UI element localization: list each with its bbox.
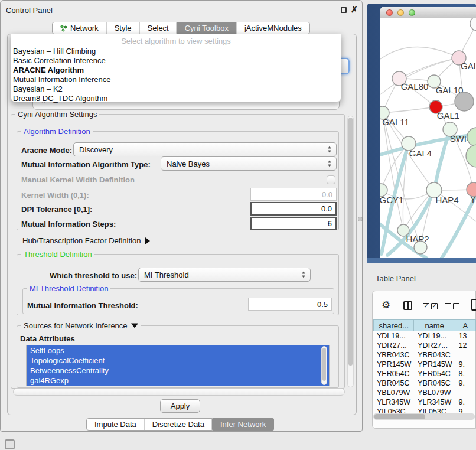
attribute-item-selfloops[interactable]: SelfLoops: [27, 345, 329, 356]
table-row[interactable]: YPR145WYPR145W9.: [373, 360, 476, 369]
algorithm-options-list: Bayesian – Hill ClimbingBasic Correlatio…: [11, 47, 341, 103]
table-hscrollbar-thumb[interactable]: [374, 414, 425, 419]
which-threshold-value: MI Threshold: [144, 270, 189, 279]
aracne-mode-label: Aracne Mode:: [21, 146, 72, 155]
attributes-scrollbar-thumb[interactable]: [322, 348, 326, 381]
table-cell: 13: [455, 331, 476, 341]
sources-toggle[interactable]: Sources for Network Inference: [21, 321, 141, 330]
network-node[interactable]: [467, 128, 476, 146]
table-row[interactable]: YBR045CYBR045C9.: [373, 379, 476, 388]
network-node-label: GCY1: [380, 195, 403, 205]
control-panel-tabs: NetworkStyleSelectCyni ToolboxjActiveMNo…: [52, 22, 310, 34]
network-node-label: GAL: [461, 61, 476, 71]
table-row[interactable]: YLR345WYLR345W9.: [373, 397, 476, 407]
table-cell: YIL053C: [373, 407, 414, 413]
algorithm-option-aracne-algorithm[interactable]: ARACNE Algorithm: [11, 66, 341, 75]
network-node[interactable]: [470, 18, 476, 31]
kernel-width-field[interactable]: 0.0: [250, 188, 337, 201]
aracne-mode-combo[interactable]: Discovery: [73, 142, 337, 156]
tab-network[interactable]: Network: [53, 22, 106, 34]
algorithm-option-bayesian-k2[interactable]: Bayesian – K2: [11, 84, 341, 94]
settings-scrollbar[interactable]: [347, 116, 354, 387]
algorithm-definition-label: Algorithm Definition: [21, 127, 93, 136]
settings-gear-icon[interactable]: ⚙: [382, 300, 390, 310]
table-row[interactable]: YIL053CYIL053C9.: [373, 407, 476, 413]
attribute-item-betweennesscentrality[interactable]: BetweennessCentrality: [27, 366, 329, 376]
table-cell: 9.: [455, 379, 476, 388]
table-cell: 9.: [455, 360, 476, 369]
table-row[interactable]: YDL19...YDL19...13: [373, 331, 476, 341]
network-window-titlebar[interactable]: [380, 7, 476, 18]
table-row[interactable]: YBR043CYBR043C: [373, 350, 476, 360]
tab-select[interactable]: Select: [139, 22, 177, 34]
table-cell: YBR043C: [414, 350, 455, 360]
network-node-label: GAL80: [401, 81, 429, 92]
tab-jactivemnodules[interactable]: jActiveMNodules: [236, 22, 309, 34]
algorithm-option-basic-correlation-inference[interactable]: Basic Correlation Inference: [11, 56, 341, 66]
tab-infer-network[interactable]: Infer Network: [211, 418, 274, 431]
combo-arrows-icon: [328, 146, 332, 153]
attributes-scrollbar[interactable]: [321, 346, 327, 385]
settings-scrollbar-thumb[interactable]: [348, 118, 353, 366]
dpi-tolerance-field[interactable]: 0.0: [250, 202, 337, 216]
table-cell: YPR145W: [373, 360, 414, 369]
algorithm-option-dream8-dc-tdc-algorithm[interactable]: Dream8 DC_TDC Algorithm: [11, 94, 341, 103]
mi-threshold-field[interactable]: 0.5: [248, 298, 332, 311]
mi-steps-field[interactable]: 6: [250, 217, 337, 230]
close-traffic-light-icon[interactable]: [386, 9, 393, 16]
column-header-name[interactable]: name: [414, 319, 455, 331]
tab-cyni-toolbox[interactable]: Cyni Toolbox: [176, 22, 237, 34]
manual-kernel-checkbox[interactable]: [327, 175, 335, 184]
panel-grip-icon[interactable]: [5, 439, 15, 449]
hub-definition-toggle[interactable]: Hub/Transcription Factor Definition: [22, 236, 150, 245]
table-cell: YDR27...: [414, 341, 455, 350]
network-node[interactable]: [414, 241, 427, 254]
table-row[interactable]: YER054CYER054C8.: [373, 369, 476, 379]
cyni-bottom-tabs: Impute DataDiscretize DataInfer Network: [86, 418, 274, 431]
close-icon[interactable]: ✗: [351, 5, 358, 14]
kernel-width-value: 0.0: [322, 190, 332, 199]
column-layout-icon[interactable]: [403, 301, 412, 310]
deselect-all-checkboxes-icon[interactable]: [445, 303, 459, 309]
table-cell: YLR345W: [373, 397, 414, 407]
threshold-definition-label: Threshold Definition: [21, 250, 94, 259]
column-header-shared[interactable]: shared...: [373, 319, 414, 331]
select-all-checkboxes-icon[interactable]: ✓✓: [423, 303, 438, 309]
settings-hscrollbar[interactable]: [13, 388, 345, 396]
column-header-a[interactable]: A: [455, 319, 476, 331]
algorithm-option-bayesian-hill-climbing[interactable]: Bayesian – Hill Climbing: [11, 47, 341, 56]
tab-style[interactable]: Style: [106, 22, 139, 34]
tab-discretize-data[interactable]: Discretize Data: [144, 419, 212, 430]
mi-type-combo[interactable]: Naive Bayes: [161, 156, 337, 171]
table-hscrollbar[interactable]: [373, 413, 475, 420]
table-row[interactable]: YBL079WYBL079W: [373, 388, 476, 397]
mi-threshold-value: 0.5: [317, 300, 328, 309]
mi-type-value: Naive Bayes: [167, 159, 210, 168]
table-cell: 12: [455, 341, 476, 350]
table-row[interactable]: YDR27...YDR27...12: [373, 341, 476, 350]
network-node-label: HAP4: [435, 195, 458, 205]
table-cell: YBR045C: [373, 379, 414, 388]
float-window-icon[interactable]: [341, 7, 347, 13]
split-divider-handle[interactable]: [358, 217, 363, 221]
clipped-document-icon[interactable]: [471, 299, 476, 311]
control-panel-title: Control Panel: [6, 6, 53, 15]
minimize-traffic-light-icon[interactable]: [397, 9, 404, 16]
algorithm-option-mutual-information-inference[interactable]: Mutual Information Inference: [11, 75, 341, 84]
network-node[interactable]: [455, 92, 474, 111]
network-node-label: GAL11: [382, 117, 409, 127]
table-cell: 9.: [455, 407, 476, 413]
table-cell: YPR145W: [414, 360, 455, 369]
zoom-traffic-light-icon[interactable]: [409, 9, 415, 16]
attribute-item-gal4rgexp[interactable]: gal4RGexp: [27, 376, 329, 386]
attribute-item-topologicalcoefficient[interactable]: TopologicalCoefficient: [27, 356, 329, 366]
table-panel-title: Table Panel: [376, 274, 416, 283]
table-cell: YBR043C: [373, 350, 414, 360]
which-threshold-combo[interactable]: MI Threshold: [138, 268, 311, 282]
tab-impute-data[interactable]: Impute Data: [87, 419, 144, 430]
apply-button[interactable]: Apply: [160, 399, 200, 413]
network-node[interactable]: [466, 145, 476, 167]
network-graph-canvas[interactable]: GALGAL80GAL10GAL1GAL11SWI4GAL4GCY1HAP4YH…: [380, 18, 476, 258]
table-cell: 9.: [455, 397, 476, 407]
data-attributes-list[interactable]: SelfLoopsTopologicalCoefficientBetweenne…: [26, 345, 330, 386]
